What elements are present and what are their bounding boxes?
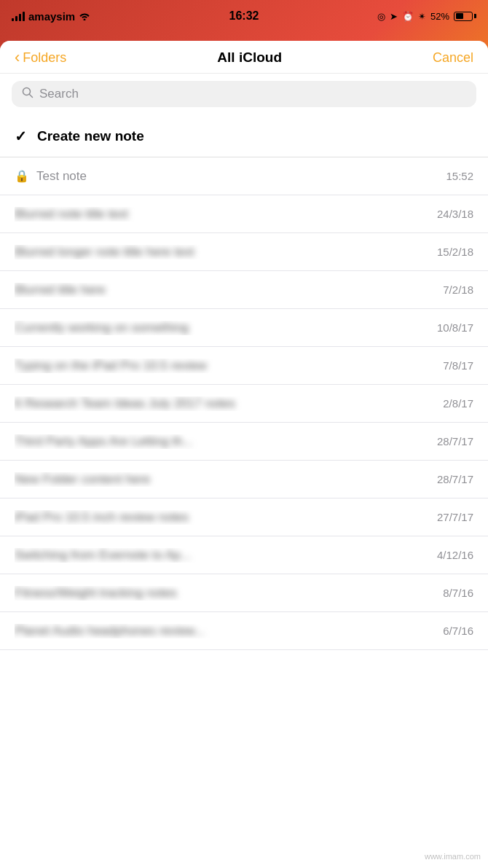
note-date: 15/2/18 xyxy=(437,246,473,258)
note-left: Planet Audio headphones review... xyxy=(15,624,434,638)
note-title: Blurred longer note title here text xyxy=(15,245,194,259)
note-title: Planet Audio headphones review... xyxy=(15,624,205,638)
battery-icon xyxy=(454,12,476,21)
note-left: Blurred longer note title here text xyxy=(15,245,428,259)
note-left: Third Party Apps Are Letting th... xyxy=(15,434,428,449)
note-title: Switching from Evernote to Ap... xyxy=(15,548,191,563)
note-row[interactable]: Blurred title here 7/2/18 xyxy=(0,271,488,309)
note-row[interactable]: 6 Research Team Ideas July 2017 notes 2/… xyxy=(0,385,488,423)
carrier-label: amaysim xyxy=(28,10,75,23)
note-row[interactable]: Currently working on something 10/8/17 xyxy=(0,309,488,347)
note-left: Blurred title here xyxy=(15,283,434,297)
note-left: Typing on the iPad Pro 10.5 review xyxy=(15,359,434,373)
note-row[interactable]: Typing on the iPad Pro 10.5 review 7/8/1… xyxy=(0,347,488,385)
note-left: Currently working on something xyxy=(15,321,428,335)
note-row[interactable]: Third Party Apps Are Letting th... 28/7/… xyxy=(0,423,488,461)
note-left: Switching from Evernote to Ap... xyxy=(15,548,428,563)
back-label: Folders xyxy=(23,50,66,66)
note-row[interactable]: 🔒 Test note 15:52 xyxy=(0,157,488,195)
note-left: Blurred note title text xyxy=(15,207,428,222)
note-date: 7/8/17 xyxy=(443,359,473,372)
note-date: 27/7/17 xyxy=(437,511,473,523)
create-note-label: Create new note xyxy=(37,128,144,144)
note-date: 28/7/17 xyxy=(437,473,473,485)
page-title: All iCloud xyxy=(217,50,282,66)
status-time: 16:32 xyxy=(229,9,259,23)
note-title: Blurred note title text xyxy=(15,207,128,222)
battery-label: 52% xyxy=(430,11,449,22)
search-container: Search xyxy=(0,74,488,116)
note-left: 6 Research Team Ideas July 2017 notes xyxy=(15,396,434,411)
note-row[interactable]: Blurred longer note title here text 15/2… xyxy=(0,233,488,271)
notes-list: 🔒 Test note 15:52 Blurred note title tex… xyxy=(0,157,488,650)
note-left: 🔒 Test note xyxy=(15,169,437,184)
note-left: Fitness/Weight tracking notes xyxy=(15,586,434,601)
bluetooth-icon: ✴ xyxy=(418,11,426,22)
note-title: Third Party Apps Are Letting th... xyxy=(15,434,193,449)
note-title: Fitness/Weight tracking notes xyxy=(15,586,177,601)
note-title: Currently working on something xyxy=(15,321,189,335)
note-row[interactable]: New Folder content here 28/7/17 xyxy=(0,461,488,498)
note-title: iPad Pro 10.5 inch review notes xyxy=(15,510,189,525)
back-button[interactable]: ‹ Folders xyxy=(15,50,66,66)
note-date: 10/8/17 xyxy=(437,321,473,334)
note-title: 6 Research Team Ideas July 2017 notes xyxy=(15,396,235,411)
note-row[interactable]: Switching from Evernote to Ap... 4/12/16 xyxy=(0,536,488,574)
alarm-icon: ⏰ xyxy=(402,11,414,22)
search-bar[interactable]: Search xyxy=(12,81,476,107)
svg-line-1 xyxy=(30,95,33,98)
note-row[interactable]: Fitness/Weight tracking notes 8/7/16 xyxy=(0,574,488,612)
note-left: New Folder content here xyxy=(15,472,428,487)
note-row[interactable]: iPad Pro 10.5 inch review notes 27/7/17 xyxy=(0,498,488,536)
note-left: iPad Pro 10.5 inch review notes xyxy=(15,510,428,525)
note-date: 2/8/17 xyxy=(443,397,473,410)
nav-bar: ‹ Folders All iCloud Cancel xyxy=(0,41,488,74)
note-date: 15:52 xyxy=(446,170,473,182)
search-placeholder: Search xyxy=(39,87,79,101)
status-bar: amaysim 16:32 ◎ ➤ ⏰ ✴ 52% xyxy=(0,0,488,32)
location-icon: ◎ xyxy=(377,11,385,22)
status-right: ◎ ➤ ⏰ ✴ 52% xyxy=(377,11,476,22)
checkmark-icon: ✓ xyxy=(15,128,27,145)
note-title: New Folder content here xyxy=(15,472,150,487)
create-new-note-row[interactable]: ✓ Create new note xyxy=(0,116,488,157)
note-date: 8/7/16 xyxy=(443,587,473,599)
lock-icon: 🔒 xyxy=(15,169,29,183)
note-date: 7/2/18 xyxy=(443,284,473,296)
modal-card: ‹ Folders All iCloud Cancel Search ✓ Cre… xyxy=(0,41,488,868)
signal-icon xyxy=(12,11,25,21)
status-left: amaysim xyxy=(12,10,90,23)
chevron-left-icon: ‹ xyxy=(15,50,20,66)
note-date: 6/7/16 xyxy=(443,625,473,637)
navigation-icon: ➤ xyxy=(390,11,398,22)
note-title: Test note xyxy=(36,169,87,184)
note-title: Blurred title here xyxy=(15,283,106,297)
note-date: 4/12/16 xyxy=(437,549,473,561)
search-icon xyxy=(22,87,34,101)
note-date: 24/3/18 xyxy=(437,208,473,220)
note-title: Typing on the iPad Pro 10.5 review xyxy=(15,359,207,373)
note-row[interactable]: Planet Audio headphones review... 6/7/16 xyxy=(0,612,488,650)
wifi-icon xyxy=(79,10,90,23)
note-row[interactable]: Blurred note title text 24/3/18 xyxy=(0,195,488,233)
cancel-button[interactable]: Cancel xyxy=(433,50,473,66)
watermark: www.imam.com xyxy=(425,852,481,861)
note-date: 28/7/17 xyxy=(437,435,473,447)
